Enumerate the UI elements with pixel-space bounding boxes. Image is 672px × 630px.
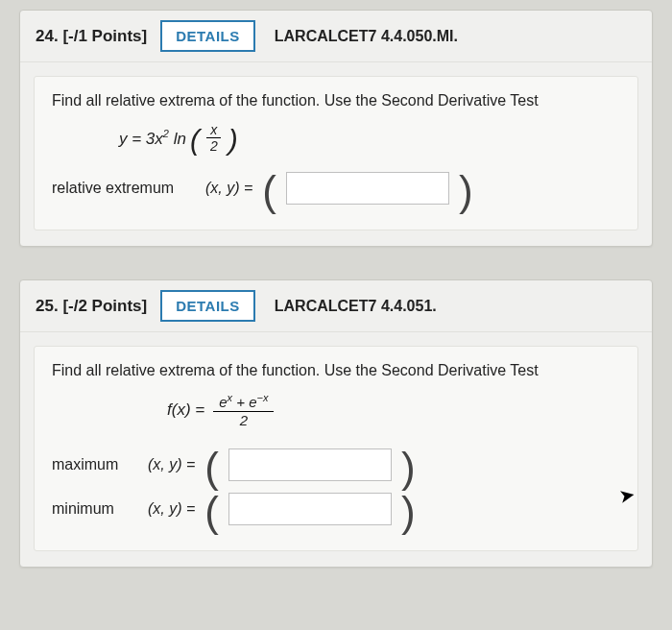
maximum-label: maximum [52,456,138,473]
question-prompt: Find all relative extrema of the functio… [52,362,620,379]
f-lhs: f(x) = [167,400,204,420]
details-button[interactable]: DETAILS [160,20,255,52]
question-body: Find all relative extrema of the functio… [34,346,638,551]
relative-extremum-label: relative extremum [52,180,196,197]
maximum-input[interactable] [228,448,392,481]
relative-extremum-row: relative extremum (x, y) = ( ) [52,172,620,205]
question-number: 24. [-/1 Points] [36,27,147,46]
question-ref: LARCALCET7 4.4.051. [275,298,437,315]
question-body: Find all relative extrema of the functio… [34,76,638,230]
fraction: x 2 [206,123,222,153]
question-number: 25. [-/2 Points] [36,297,147,316]
num-text: 25. [36,297,59,315]
question-header: 25. [-/2 Points] DETAILS LARCALCET7 4.4.… [20,280,652,332]
fraction-num: x [206,123,221,138]
fraction-den: 2 [206,138,222,153]
formula-q24: y = 3x2 ln ( x 2 ) [119,123,620,153]
question-24: 24. [-/1 Points] DETAILS LARCALCET7 4.4.… [19,10,653,247]
details-button[interactable]: DETAILS [160,290,255,322]
question-prompt: Find all relative extrema of the functio… [52,92,620,109]
question-25: 25. [-/2 Points] DETAILS LARCALCET7 4.4.… [19,279,653,568]
formula-lhs: y = 3x2 ln [119,128,186,149]
xy-label: (x, y) = [205,180,252,197]
xy-label: (x, y) = [148,456,195,473]
minimum-row: minimum (x, y) = ( ) [52,493,620,525]
fraction-num: ex + e−x [213,393,274,412]
fraction: ex + e−x 2 [213,393,274,427]
points-text: [-/1 Points] [62,27,147,45]
maximum-row: maximum (x, y) = ( ) [52,448,620,481]
question-header: 24. [-/1 Points] DETAILS LARCALCET7 4.4.… [20,11,652,62]
fraction-den: 2 [236,412,252,427]
points-text: [-/2 Points] [62,297,147,315]
formula-q25: f(x) = ex + e−x 2 [167,393,620,427]
xy-label: (x, y) = [148,500,195,518]
question-ref: LARCALCET7 4.4.050.MI. [275,28,458,45]
relative-extremum-input[interactable] [286,172,449,205]
minimum-input[interactable] [228,493,392,525]
num-text: 24. [36,27,59,45]
minimum-label: minimum [52,500,138,518]
